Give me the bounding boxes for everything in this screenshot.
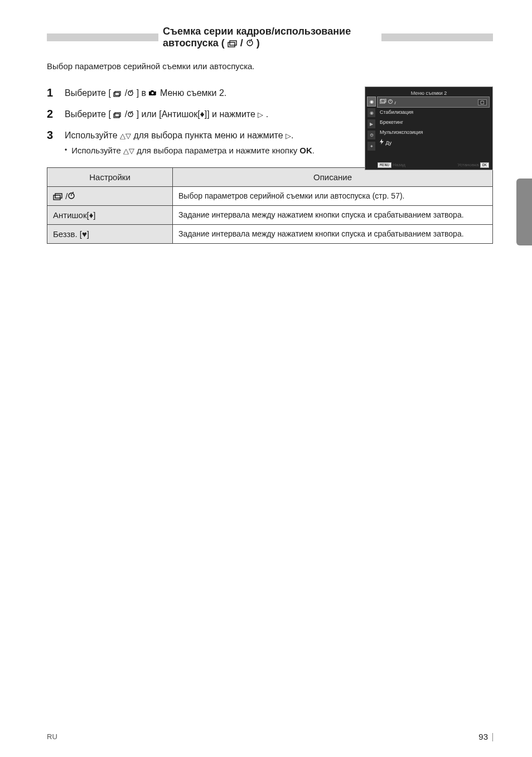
step-number: 3 (47, 129, 58, 142)
table-cell-name: / (47, 186, 173, 205)
step-text: Меню съемки 2. (160, 88, 226, 98)
menu-row-label: Ду (380, 139, 391, 146)
bullet-icon: • (65, 144, 67, 156)
table-cell-name: Беззв. [♥] (47, 224, 173, 243)
step-text: Используйте (65, 131, 120, 140)
table-header: Настройки (47, 167, 173, 186)
menu-row: Ду (378, 137, 489, 147)
step-sub-text: Используйте △▽ для выбора параметра и на… (71, 144, 315, 157)
step-text: ] или [Антишок[♦]] и нажмите (137, 109, 258, 119)
step-body: Выберите [ / ] или [Антишок[♦]] и нажмит… (65, 108, 268, 121)
burst-icon (228, 37, 240, 49)
timer-icon (127, 109, 134, 119)
menu-row: Мультиэкспозиция (378, 127, 489, 137)
table-row: Беззв. [♥] Задание интервала между нажат… (47, 224, 493, 243)
page-number: 93 (478, 732, 488, 741)
menu-tab: ✦ (367, 142, 375, 151)
step-text: Выберите [ (65, 109, 111, 119)
svg-point-21 (132, 111, 133, 112)
menu-key: OK (480, 162, 489, 168)
svg-point-14 (132, 90, 133, 91)
menu-footer: MENU Назад Установка OK (378, 162, 489, 167)
table-cell-name: Антишок[♦] (47, 205, 173, 224)
slash: / (240, 37, 243, 49)
menu-tab: ◉ (367, 108, 375, 117)
step-number: 1 (47, 86, 58, 99)
step-body: Используйте △▽ для выбора пункта меню и … (65, 129, 315, 157)
svg-text:2: 2 (156, 92, 157, 96)
svg-point-4 (251, 39, 252, 40)
camera-menu-preview: Меню съемки 2 ◉ ◉ ▶ ⚙ ✦ / ▢ Стабилизация (365, 86, 493, 170)
table-header: Описание (173, 167, 493, 186)
table-cell-desc: Задание интервала между нажатием кнопки … (173, 224, 493, 243)
svg-point-26 (72, 192, 74, 193)
menu-rows: / ▢ Стабилизация Брекетинг Мультиэкспози… (378, 97, 489, 147)
menu-row-label: Мультиэкспозиция (380, 129, 423, 135)
camera2-icon: 2 (148, 88, 157, 98)
menu-row-icon: / (380, 99, 396, 105)
updown-arrow-icon: △▽ (120, 131, 131, 142)
heading-text-right: ) (257, 37, 260, 49)
timer-icon (246, 37, 257, 49)
menu-row-value: ▢ (478, 99, 487, 105)
menu-foot-right: Установка (458, 162, 479, 167)
updown-arrow-icon: △▽ (123, 146, 134, 157)
menu-row-label: Брекетинг (380, 119, 403, 125)
table-row: / Выбор параметров серийной съемки или а… (47, 186, 493, 205)
section-heading: Съемка серии кадров/использование автосп… (158, 26, 381, 49)
timer-icon (67, 191, 75, 201)
svg-point-15 (152, 92, 154, 94)
menu-row-burst-timer: / ▢ (378, 97, 489, 107)
menu-foot-left: Назад (393, 162, 405, 167)
table-cell-desc: Задание интервала между нажатием кнопки … (173, 205, 493, 224)
menu-row: Брекетинг (378, 117, 489, 127)
burst-icon (113, 88, 124, 98)
options-table: Настройки Описание / Выбор параметров се… (47, 167, 493, 244)
table-cell-desc: Выбор параметров серийной съемки или авт… (173, 186, 493, 205)
step-text: для выбора пункта меню и нажмите (133, 131, 286, 140)
svg-rect-6 (381, 99, 386, 102)
footer-rule (492, 733, 493, 741)
page-footer: RU 93 (47, 732, 493, 741)
steps-block: Меню съемки 2 ◉ ◉ ▶ ⚙ ✦ / ▢ Стабилизация (47, 86, 493, 157)
svg-rect-23 (55, 194, 62, 198)
step-text: . (266, 109, 268, 119)
menu-tabs: ◉ ◉ ▶ ⚙ ✦ (367, 97, 375, 151)
step-number: 2 (47, 108, 58, 120)
menu-tab: ▶ (367, 119, 375, 128)
menu-title: Меню съемки 2 (369, 90, 489, 96)
step-body: Выберите [ / ] в 2 Меню съемки 2. (65, 86, 226, 100)
table-header-row: Настройки Описание (47, 167, 493, 186)
svg-rect-0 (228, 42, 235, 47)
menu-tab: ⚙ (367, 131, 375, 139)
footer-lang: RU (47, 732, 57, 741)
right-arrow-icon: ▷ (258, 109, 263, 120)
table-row: Антишок[♦] Задание интервала между нажат… (47, 205, 493, 224)
burst-icon (53, 191, 65, 201)
menu-row: Стабилизация (378, 107, 489, 117)
svg-rect-5 (380, 100, 385, 103)
page-edge-tab (516, 179, 532, 245)
svg-rect-22 (54, 195, 60, 200)
menu-row-label: Стабилизация (380, 109, 413, 115)
section-subtitle: Выбор параметров серийной съемки или авт… (47, 61, 493, 71)
burst-icon (113, 109, 124, 119)
svg-marker-9 (380, 139, 384, 144)
flash-icon (380, 139, 384, 144)
ok-label: OK (299, 146, 312, 155)
right-arrow-icon: ▷ (286, 131, 291, 142)
menu-tab: ◉ (367, 97, 375, 106)
svg-rect-1 (230, 41, 236, 45)
timer-icon (127, 88, 134, 98)
section-heading-bar: Съемка серии кадров/использование автосп… (47, 33, 493, 41)
menu-key: MENU (378, 162, 391, 168)
step-text: Выберите [ (65, 88, 111, 98)
step-text: ] в (137, 88, 149, 98)
